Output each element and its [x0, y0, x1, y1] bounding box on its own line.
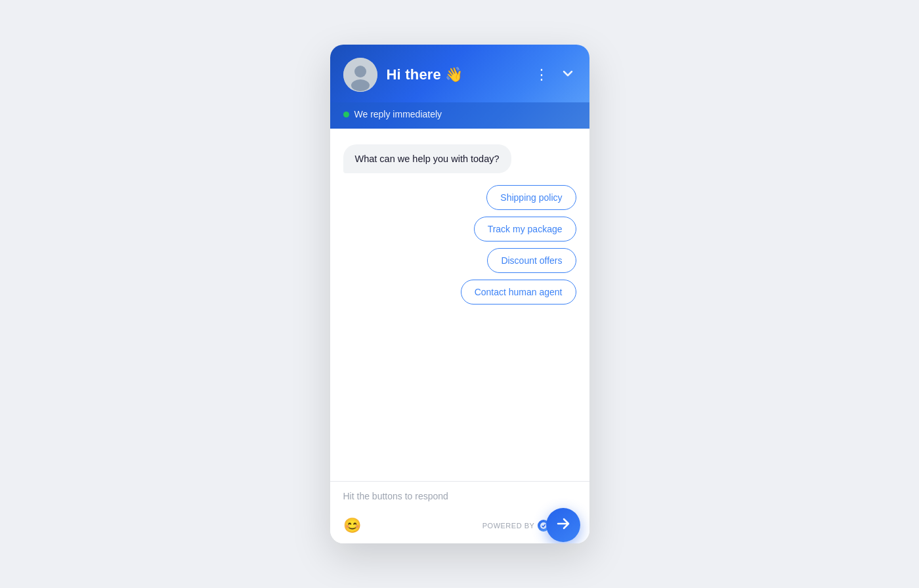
- quick-reply-shipping-policy[interactable]: Shipping policy: [486, 185, 576, 210]
- svg-point-1: [354, 66, 366, 77]
- quick-reply-discount-offers[interactable]: Discount offers: [487, 248, 576, 273]
- status-bar: We reply immediately: [330, 102, 589, 129]
- chat-header: Hi there 👋 ⋮ We reply immediately: [330, 45, 589, 129]
- quick-reply-track-package[interactable]: Track my package: [474, 217, 576, 242]
- send-icon: [556, 516, 570, 534]
- send-button[interactable]: [546, 508, 580, 542]
- chat-footer: Hit the buttons to respond 😊 POWERED BY: [330, 481, 589, 543]
- menu-button[interactable]: ⋮: [533, 66, 550, 83]
- bot-bubble: What can we help you with today?: [343, 144, 511, 173]
- chat-widget: Hi there 👋 ⋮ We reply immediately What c…: [330, 45, 589, 543]
- emoji-button[interactable]: 😊: [343, 518, 361, 533]
- chat-input-row: Hit the buttons to respond: [330, 482, 589, 513]
- minimize-button[interactable]: [559, 65, 576, 85]
- avatar: [343, 58, 377, 92]
- header-actions: ⋮: [533, 65, 576, 85]
- input-placeholder: Hit the buttons to respond: [343, 490, 448, 503]
- chat-header-top: Hi there 👋 ⋮: [330, 45, 589, 102]
- bot-message: What can we help you with today?: [343, 144, 576, 173]
- quick-replies: Shipping policy Track my package Discoun…: [343, 185, 576, 304]
- quick-reply-contact-agent[interactable]: Contact human agent: [461, 280, 576, 304]
- chat-body: What can we help you with today? Shippin…: [330, 129, 589, 481]
- status-text: We reply immediately: [354, 109, 442, 119]
- online-indicator: [343, 112, 349, 117]
- svg-point-2: [351, 79, 370, 91]
- header-title: Hi there 👋: [387, 66, 524, 83]
- powered-by-label: POWERED BY: [482, 522, 535, 530]
